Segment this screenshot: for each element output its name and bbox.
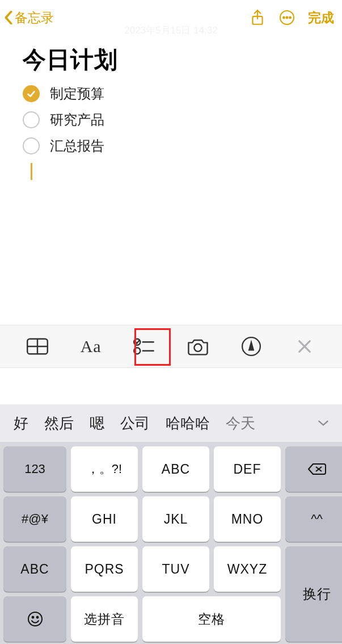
candidate-word[interactable]: 哈哈哈	[158, 413, 218, 433]
svg-point-2	[283, 17, 285, 19]
candidate-word[interactable]: 好	[6, 413, 36, 433]
key-punct[interactable]: ，。?!	[71, 446, 138, 492]
candidate-word[interactable]: 然后	[36, 413, 82, 433]
checklist-item[interactable]: 汇总报告	[23, 137, 319, 155]
checklist-item[interactable]: 制定预算	[23, 85, 319, 103]
checklist-label[interactable]: 制定预算	[50, 85, 104, 103]
key-mno[interactable]: MNO	[214, 496, 281, 542]
text-cursor	[31, 163, 32, 180]
checkbox-checked-icon[interactable]	[23, 85, 40, 102]
svg-point-10	[134, 348, 141, 354]
key-select-pinyin[interactable]: 选拼音	[71, 596, 138, 642]
svg-point-20	[36, 617, 38, 618]
checkbox-empty-icon[interactable]	[23, 111, 40, 128]
key-def[interactable]: DEF	[214, 446, 281, 492]
key-shift-abc[interactable]: ABC	[3, 546, 66, 592]
key-pqrs[interactable]: PQRS	[71, 546, 138, 592]
checklist-label[interactable]: 研究产品	[50, 111, 104, 129]
text-format-icon[interactable]: Aa	[73, 328, 109, 365]
checkbox-empty-icon[interactable]	[23, 137, 40, 154]
candidate-word[interactable]: 今天	[218, 413, 263, 433]
nav-right: 完成	[249, 9, 334, 27]
candidate-bar: 好 然后 嗯 公司 哈哈哈 今天	[0, 404, 342, 442]
note-body[interactable]: 今日计划 制定预算 研究产品 汇总报告	[0, 34, 342, 180]
checklist-label[interactable]: 汇总报告	[50, 137, 104, 155]
key-jkl[interactable]: JKL	[142, 496, 209, 542]
note-title[interactable]: 今日计划	[23, 44, 319, 76]
table-icon[interactable]	[19, 328, 56, 365]
key-kaomoji[interactable]: ^^	[285, 496, 342, 542]
more-icon[interactable]	[278, 9, 295, 26]
keyboard: 123 ，。?! ABC DEF #@¥ GHI JKL MNO ^^ ABC …	[0, 442, 342, 644]
close-icon[interactable]	[286, 328, 323, 365]
key-space[interactable]: 空格	[142, 596, 281, 642]
checklist-item[interactable]: 研究产品	[23, 111, 319, 129]
checklist-icon[interactable]	[126, 328, 162, 365]
key-ghi[interactable]: GHI	[71, 496, 138, 542]
key-123[interactable]: 123	[3, 446, 66, 492]
done-button[interactable]: 完成	[308, 9, 334, 27]
svg-point-18	[28, 612, 42, 626]
svg-point-19	[32, 617, 33, 618]
chevron-left-icon	[3, 9, 14, 26]
svg-point-3	[286, 17, 288, 19]
candidate-word[interactable]: 公司	[112, 413, 158, 433]
key-backspace[interactable]	[285, 446, 342, 492]
key-emoji[interactable]	[3, 596, 66, 642]
key-symbols[interactable]: #@¥	[3, 496, 66, 542]
format-toolbar: Aa	[0, 325, 342, 368]
svg-point-4	[289, 17, 291, 19]
key-return[interactable]: 换行	[285, 546, 342, 642]
markup-icon[interactable]	[233, 328, 269, 365]
share-icon[interactable]	[249, 9, 266, 26]
key-abc[interactable]: ABC	[142, 446, 209, 492]
candidate-word[interactable]: 嗯	[82, 413, 112, 433]
svg-point-12	[194, 344, 201, 352]
back-label: 备忘录	[15, 9, 54, 27]
back-button[interactable]: 备忘录	[3, 9, 54, 27]
candidate-expand-icon[interactable]	[307, 404, 340, 442]
key-tuv[interactable]: TUV	[142, 546, 209, 592]
camera-icon[interactable]	[180, 328, 216, 365]
key-wxyz[interactable]: WXYZ	[214, 546, 281, 592]
